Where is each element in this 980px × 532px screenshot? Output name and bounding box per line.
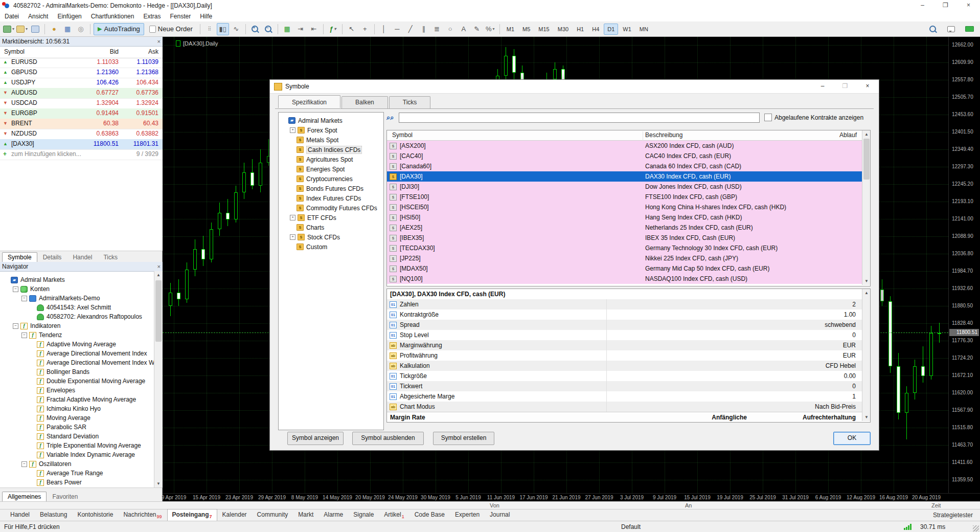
- menu-extras[interactable]: Extras: [139, 12, 165, 21]
- tree-expander-icon[interactable]: +: [290, 127, 295, 133]
- cursor-button[interactable]: ↖: [346, 23, 358, 35]
- hide-symbol-button[interactable]: Symbol ausblenden: [352, 432, 424, 445]
- category-tree-item[interactable]: +$Stock CFDs: [290, 232, 340, 242]
- toolbox-tab-alarme[interactable]: Alarme: [318, 509, 348, 521]
- nav-tab-allgemeines[interactable]: Allgemeines: [2, 492, 47, 501]
- symbols-table-header[interactable]: Symbol Beschreibung Ablauf: [387, 130, 870, 141]
- timeframe-mn[interactable]: MN: [636, 24, 652, 35]
- toolbox-tab-artikel[interactable]: Artikel1: [379, 509, 409, 521]
- spec-row[interactable]: 01Zahlen2: [387, 299, 862, 309]
- menu-chartfunktionen[interactable]: Chartfunktionen: [86, 12, 139, 21]
- symbol-row[interactable]: $[JP225]Nikkei 225 Index CFD, cash (JPY): [387, 253, 862, 264]
- navigator-item[interactable]: ƒAverage True Range: [30, 469, 103, 478]
- market-watch-header[interactable]: Marktübersicht: 10:56:31 ×: [0, 37, 163, 47]
- new-chart-button[interactable]: ▾: [3, 23, 15, 35]
- market-watch-row[interactable]: ▲USDJPY106.426106.434: [0, 78, 163, 88]
- navigator-item[interactable]: ƒEnvelopes: [30, 386, 75, 395]
- tree-expander-icon[interactable]: +: [290, 234, 295, 240]
- specification-scrollbar[interactable]: ▲ ▼: [862, 289, 871, 421]
- line-chart-button[interactable]: ∿: [230, 23, 242, 35]
- category-tree-item[interactable]: $Bonds Futures CFDs: [290, 184, 363, 193]
- autotrading-button[interactable]: ▶ AutoTrading: [94, 23, 144, 35]
- timeframe-h1[interactable]: H1: [573, 24, 587, 35]
- menu-fenster[interactable]: Fenster: [166, 12, 196, 21]
- toolbox-tab-handel[interactable]: Handel: [5, 509, 35, 521]
- navigator-item[interactable]: 40582702: Alexandros Raftopoulos: [30, 312, 142, 321]
- inbox-col-von[interactable]: Von: [490, 502, 499, 508]
- col-ask[interactable]: Ask: [148, 48, 158, 55]
- market-watch-column-header[interactable]: Symbol Bid Ask: [0, 47, 163, 58]
- tree-expander-icon[interactable]: −: [21, 296, 27, 301]
- category-tree-item[interactable]: $Cryptocurrencies: [290, 174, 353, 184]
- category-tree-item[interactable]: +$Forex Spot: [290, 125, 337, 135]
- dialog-tab-ticks[interactable]: Ticks: [389, 96, 431, 109]
- neue-order-button[interactable]: Neue Order: [145, 23, 197, 35]
- navigator-item[interactable]: ƒAdaptive Moving Average: [30, 340, 116, 349]
- symbol-row[interactable]: $[NQ100]NASDAQ100 Index CFD, cash (USD): [387, 274, 862, 284]
- crosshair-button[interactable]: +: [359, 23, 371, 35]
- horizontal-line-button[interactable]: ─: [391, 23, 403, 35]
- navigator-item[interactable]: ƒFractal Adaptive Moving Average: [30, 395, 136, 404]
- toolbox-tab-nachrichten[interactable]: Nachrichten99: [118, 509, 167, 521]
- category-tree-item[interactable]: +$ETF CFDs: [290, 213, 336, 223]
- navigator-button[interactable]: ◎: [75, 23, 87, 35]
- checkbox-box[interactable]: [764, 114, 772, 121]
- menu-hilfe[interactable]: Hilfe: [195, 12, 217, 21]
- tree-expander-icon[interactable]: +: [290, 215, 295, 220]
- category-tree-item[interactable]: $Energies Spot: [290, 164, 345, 174]
- bar-chart-button[interactable]: ⫶⫶: [203, 23, 216, 35]
- toolbox-tab-experten[interactable]: Experten: [450, 509, 485, 521]
- navigator-item[interactable]: ƒDouble Exponential Moving Average: [30, 376, 145, 386]
- toolbox-tab-signale[interactable]: Signale: [348, 509, 379, 521]
- dialog-tab-spezifikation[interactable]: Spezifikation: [278, 95, 340, 108]
- search-icon[interactable]: [926, 23, 939, 35]
- symbols-table-scrollbar[interactable]: ▲ ▼: [862, 130, 871, 285]
- add-symbol-row[interactable]: +zum Hinzufügen klicken...9 / 3929: [0, 149, 163, 160]
- timeframe-m30[interactable]: M30: [554, 24, 572, 35]
- expired-contracts-checkbox[interactable]: Abgelaufene Kontrakte anzeigen: [764, 114, 863, 121]
- category-tree-item[interactable]: $Index Futures CFDs: [290, 193, 361, 203]
- tile-windows-button[interactable]: ▦: [281, 23, 293, 35]
- timeframe-m1[interactable]: M1: [503, 24, 518, 35]
- market-watch-row[interactable]: ▲EURUSD1.110331.11039: [0, 57, 163, 68]
- navigator-item[interactable]: −AdmiralMarkets-Demo: [21, 294, 100, 303]
- spec-row[interactable]: 01Stop Level0: [387, 330, 862, 340]
- category-tree-item[interactable]: $Cash Indices CFDs: [290, 145, 362, 154]
- spec-row[interactable]: 01Kontraktgröße1.00: [387, 309, 862, 320]
- navigator-close-icon[interactable]: ×: [157, 263, 161, 270]
- category-tree-item[interactable]: $Metals Spot: [290, 135, 338, 145]
- menu-datei[interactable]: Datei: [0, 12, 24, 21]
- symbol-row[interactable]: $[TECDAX30]Germany Technology 30 Index C…: [387, 243, 862, 254]
- category-tree-item[interactable]: $Charts: [290, 223, 324, 232]
- chart-shift-button[interactable]: ⇤: [308, 23, 320, 35]
- market-watch-row[interactable]: ▼USDCAD1.329041.32924: [0, 98, 163, 109]
- create-symbol-button[interactable]: Symbol erstellen: [433, 432, 494, 445]
- toolbox-tab-posteingang[interactable]: Posteingang7: [167, 509, 217, 521]
- navigator-item[interactable]: ƒBollinger Bands: [30, 367, 89, 376]
- navigator-item[interactable]: ƒBears Power: [30, 478, 82, 487]
- navigator-header[interactable]: Navigator ×: [0, 262, 163, 272]
- market-watch-row[interactable]: ▼NZDUSD0.638630.63882: [0, 129, 163, 140]
- navigator-item[interactable]: −ƒOszillatoren: [21, 459, 71, 469]
- indicators-button[interactable]: ƒ▾: [327, 23, 339, 35]
- navigator-item[interactable]: ƒParabolic SAR: [30, 423, 86, 432]
- vertical-line-button[interactable]: │: [378, 23, 390, 35]
- spec-row[interactable]: abChart ModusNach Bid-Preis: [387, 402, 862, 412]
- market-watch-row[interactable]: ▼EURGBP0.914940.91501: [0, 108, 163, 119]
- dialog-title-bar[interactable]: Symbole – ❐ ×: [270, 80, 879, 94]
- spec-row[interactable]: abProfitwährungEUR: [387, 350, 862, 361]
- timeframe-m15[interactable]: M15: [535, 24, 553, 35]
- market-watch-close-icon[interactable]: ×: [157, 38, 161, 45]
- spec-row[interactable]: 01Tickgröße0.00: [387, 371, 862, 381]
- navigator-item[interactable]: ƒStandard Deviation: [30, 432, 99, 441]
- symbol-row[interactable]: $[HSCEI50]Hong Kong China H-shares Index…: [387, 202, 862, 213]
- tab-ticks[interactable]: Ticks: [98, 252, 123, 262]
- dialog-close-button[interactable]: ×: [856, 80, 879, 93]
- spec-row[interactable]: 01Abgesicherte Marge1: [387, 391, 862, 402]
- navigator-item[interactable]: ƒAverage Directional Movement Index W: [30, 358, 154, 367]
- inbox-col-an[interactable]: An: [685, 502, 692, 508]
- tab-handel[interactable]: Handel: [67, 252, 98, 262]
- symbol-row[interactable]: $[IBEX35]IBEX 35 Index CFD, Cash (EUR): [387, 233, 862, 243]
- market-watch-row[interactable]: ▼BRENT60.3860.43: [0, 119, 163, 129]
- show-symbol-button[interactable]: Symbol anzeigen: [287, 432, 344, 445]
